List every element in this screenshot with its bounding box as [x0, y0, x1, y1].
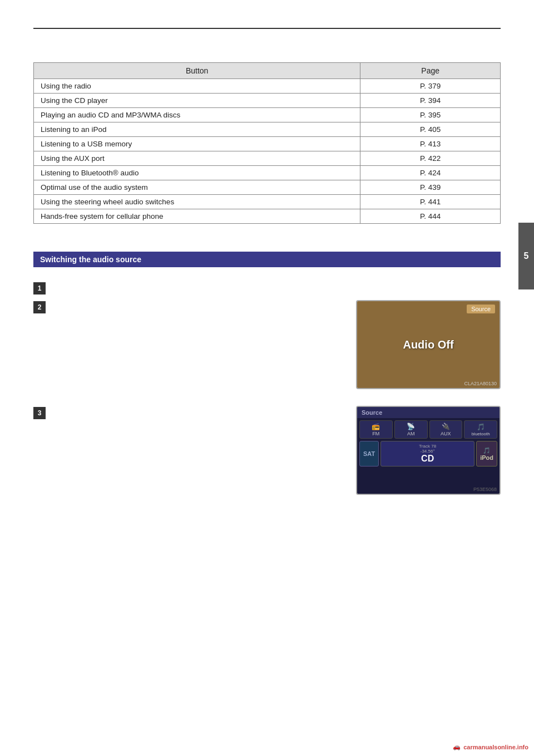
image-code-1: CLA21A80130 — [464, 381, 497, 386]
table-row: Using the CD playerP. 394 — [34, 94, 501, 108]
table-row: Playing an audio CD and MP3/WMA discsP. … — [34, 108, 501, 122]
table-row: Optimal use of the audio systemP. 439 — [34, 180, 501, 195]
track-label: Track 78 — [419, 444, 436, 449]
am-source-item: 📡 AM — [394, 420, 428, 439]
temp-label: -34.56° — [421, 449, 435, 454]
fm-source-item: 📻 FM — [359, 420, 393, 439]
cd-source-item: Track 78 -34.56° CD — [380, 441, 474, 467]
step-1-number: 1 — [33, 282, 46, 294]
source-selection-screen: Source 📻 FM 📡 AM 🔌 AUX — [356, 406, 501, 495]
col-header-page: Page — [360, 63, 501, 79]
top-rule — [33, 28, 501, 29]
step-3-screen-container: Source 📻 FM 📡 AM 🔌 AUX — [356, 406, 501, 495]
table-cell-page: P. 439 — [360, 180, 501, 195]
source-grid-top: 📻 FM 📡 AM 🔌 AUX 🎵 bluetooth — [357, 418, 500, 441]
am-label: AM — [407, 431, 415, 436]
table-row: Listening to an iPodP. 405 — [34, 122, 501, 137]
content-table: Button Page Using the radioP. 379Using t… — [33, 62, 501, 224]
ipod-icon: 🎵 — [483, 447, 491, 454]
table-cell-page: P. 444 — [360, 209, 501, 224]
table-cell-page: P. 424 — [360, 166, 501, 180]
table-cell-button: Hands-free system for cellular phone — [34, 209, 360, 224]
source-bar: Source — [357, 407, 500, 418]
table-cell-button: Listening to Bluetooth® audio — [34, 166, 360, 180]
table-cell-page: P. 422 — [360, 151, 501, 166]
step-2-block: 2 Source Audio Off CLA21A80130 — [33, 300, 501, 389]
sat-label: SAT — [363, 450, 375, 457]
carmanuals-logo: 🚗 — [453, 743, 461, 750]
table-cell-page: P. 395 — [360, 108, 501, 122]
table-row: Hands-free system for cellular phoneP. 4… — [34, 209, 501, 224]
ipod-label: iPod — [480, 454, 493, 461]
aux-label: AUX — [441, 431, 451, 436]
image-code-2: P53E5068 — [473, 487, 497, 492]
step-3-number: 3 — [33, 407, 46, 419]
fm-label: FM — [372, 431, 379, 436]
chapter-tab: 5 — [518, 223, 534, 289]
step-3-block: 3 Source 📻 FM 📡 AM — [33, 406, 501, 495]
bt-label: bluetooth — [472, 431, 490, 436]
ipod-source-item: 🎵 iPod — [476, 441, 497, 467]
table-cell-button: Using the AUX port — [34, 151, 360, 166]
cd-label: CD — [421, 454, 434, 464]
fm-icon: 📻 — [372, 423, 380, 430]
bottom-info: 🚗 carmanualsonline.info — [453, 743, 528, 750]
step-3-left: 3 — [33, 406, 345, 419]
aux-icon: 🔌 — [442, 423, 450, 430]
table-row: Using the radioP. 379 — [34, 79, 501, 94]
table-cell-page: P. 413 — [360, 137, 501, 151]
table-cell-button: Using the radio — [34, 79, 360, 94]
bt-source-item: 🎵 bluetooth — [464, 420, 497, 439]
table-row: Listening to Bluetooth® audioP. 424 — [34, 166, 501, 180]
table-row: Using the AUX portP. 422 — [34, 151, 501, 166]
table-row: Using the steering wheel audio switchesP… — [34, 195, 501, 209]
am-icon: 📡 — [407, 423, 415, 430]
step-1-block: 1 — [33, 281, 501, 294]
step-2-number: 2 — [33, 301, 46, 313]
table-cell-page: P. 394 — [360, 94, 501, 108]
table-cell-button: Using the CD player — [34, 94, 360, 108]
table-cell-page: P. 405 — [360, 122, 501, 137]
table-section: Button Page Using the radioP. 379Using t… — [33, 62, 501, 224]
step-2-left: 2 — [33, 300, 345, 313]
audio-off-screen: Source Audio Off CLA21A80130 — [356, 300, 501, 389]
page-container: 5 Button Page Using the radioP. 379Using… — [0, 0, 534, 756]
website-text: carmanualsonline.info — [463, 744, 528, 750]
step-2-screen-container: Source Audio Off CLA21A80130 — [356, 300, 501, 389]
audio-off-text: Audio Off — [403, 338, 453, 351]
table-cell-page: P. 441 — [360, 195, 501, 209]
table-cell-page: P. 379 — [360, 79, 501, 94]
source-button: Source — [467, 305, 495, 313]
chapter-number: 5 — [524, 251, 529, 261]
sat-source-item: SAT — [359, 441, 379, 467]
section-heading: Switching the audio source — [33, 252, 501, 267]
col-header-button: Button — [34, 63, 360, 79]
source-large-row: SAT Track 78 -34.56° CD 🎵 iPod — [357, 441, 500, 469]
table-cell-button: Listening to an iPod — [34, 122, 360, 137]
aux-source-item: 🔌 AUX — [429, 420, 463, 439]
table-cell-button: Using the steering wheel audio switches — [34, 195, 360, 209]
table-cell-button: Optimal use of the audio system — [34, 180, 360, 195]
table-cell-button: Listening to a USB memory — [34, 137, 360, 151]
bluetooth-icon: 🎵 — [477, 423, 485, 431]
table-cell-button: Playing an audio CD and MP3/WMA discs — [34, 108, 360, 122]
table-row: Listening to a USB memoryP. 413 — [34, 137, 501, 151]
